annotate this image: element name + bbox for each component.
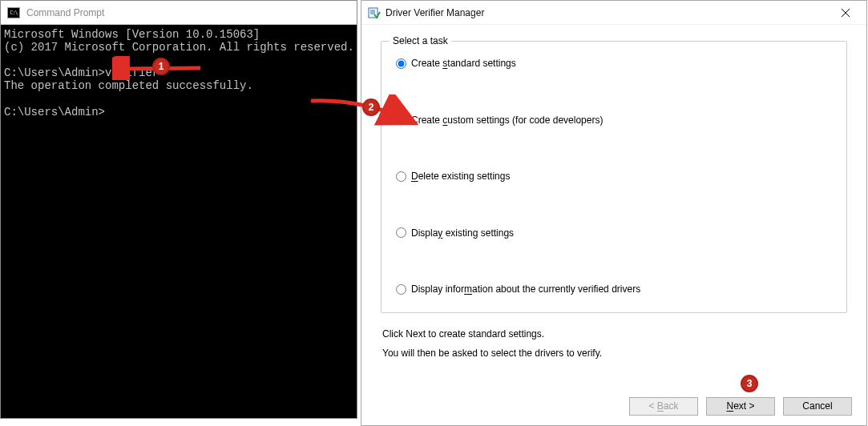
option-display[interactable]: Display existing settings	[396, 227, 832, 239]
radio-display[interactable]	[396, 227, 406, 238]
verifier-icon	[368, 6, 381, 19]
back-button: < Back	[629, 397, 698, 416]
command-prompt-titlebar[interactable]: C:\ Command Prompt	[1, 1, 357, 25]
driver-verifier-manager-title: Driver Verifier Manager	[386, 7, 484, 18]
driver-verifier-manager-body: Select a task Create standard settings C…	[361, 25, 866, 387]
cancel-button[interactable]: Cancel	[783, 397, 852, 416]
driver-verifier-manager-titlebar[interactable]: Driver Verifier Manager	[361, 1, 866, 25]
command-prompt-window: C:\ Command Prompt Microsoft Windows [Ve…	[0, 0, 357, 419]
hint-line-2: You will then be asked to select the dri…	[382, 344, 847, 363]
annotation-badge-3: 3	[741, 375, 758, 392]
task-groupbox: Select a task Create standard settings C…	[381, 41, 847, 313]
hint-text: Click Next to create standard settings. …	[381, 324, 847, 363]
close-button[interactable]	[827, 1, 863, 25]
option-standard[interactable]: Create standard settings	[396, 58, 832, 69]
radio-info[interactable]	[396, 284, 406, 295]
option-delete[interactable]: Delete existing settings	[396, 171, 832, 182]
radio-standard[interactable]	[396, 58, 406, 69]
hint-line-1: Click Next to create standard settings.	[382, 324, 847, 344]
close-icon	[842, 9, 850, 17]
radio-standard-label: Create standard settings	[411, 58, 516, 69]
command-prompt-output[interactable]: Microsoft Windows [Version 10.0.15063] (…	[1, 25, 357, 122]
radio-info-label: Display information about the currently …	[411, 283, 640, 295]
command-prompt-title: Command Prompt	[26, 7, 104, 18]
annotation-badge-1: 1	[152, 58, 170, 75]
driver-verifier-manager-window: Driver Verifier Manager Select a task Cr…	[361, 0, 867, 426]
radio-display-label: Display existing settings	[411, 227, 514, 239]
task-groupbox-legend: Select a task	[390, 35, 451, 46]
radio-custom[interactable]	[396, 115, 406, 125]
radio-delete[interactable]	[396, 171, 406, 182]
option-info[interactable]: Display information about the currently …	[396, 283, 832, 295]
command-prompt-icon: C:\	[7, 7, 20, 18]
dialog-button-row: < Back Next > Cancel	[361, 387, 866, 425]
option-custom[interactable]: Create custom settings (for code develop…	[396, 115, 832, 126]
annotation-badge-2: 2	[362, 98, 380, 116]
next-button[interactable]: Next >	[706, 397, 775, 416]
radio-custom-label: Create custom settings (for code develop…	[411, 115, 603, 126]
radio-delete-label: Delete existing settings	[411, 171, 510, 182]
